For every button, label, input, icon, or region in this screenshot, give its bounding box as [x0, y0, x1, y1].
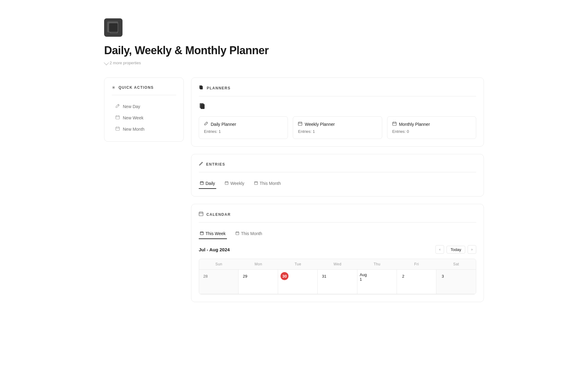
tab-daily-label: Daily	[205, 181, 215, 186]
svg-rect-1	[110, 24, 118, 33]
calendar-days-header: Sun Mon Tue Wed Thu Fri Sat	[199, 259, 476, 270]
monthly-planner-icon	[392, 122, 397, 127]
svg-rect-14	[199, 212, 203, 216]
tab-weekly-icon	[225, 181, 228, 186]
cal-cell-2[interactable]: 2	[397, 270, 436, 294]
planner-db-big-icon	[199, 103, 476, 111]
planners-db-icon	[199, 85, 204, 91]
daily-planner-title: Daily Planner	[211, 122, 236, 127]
page-container: Daily, Weekly & Monthly Planner 2 more p…	[80, 0, 508, 320]
cell-date-30: 30	[281, 272, 288, 280]
quick-action-new-month[interactable]: New Month	[112, 124, 176, 134]
cell-date-3: 3	[439, 272, 447, 280]
planners-title: PLANNERS	[207, 86, 231, 90]
day-name-sun: Sun	[199, 259, 239, 269]
quick-actions-icon: ✳	[112, 85, 115, 90]
entries-title: ENTRIES	[206, 162, 225, 167]
svg-rect-10	[393, 122, 396, 125]
tab-cal-this-month-icon	[236, 231, 239, 236]
planner-weekly-card[interactable]: Weekly Planner Entries: 1	[293, 116, 382, 139]
cell-date-2: 2	[399, 272, 407, 280]
cal-cell-29[interactable]: 29	[239, 270, 278, 294]
calendar-grid: Sun Mon Tue Wed Thu Fri Sat 28 29	[199, 259, 476, 294]
entries-header: ENTRIES	[199, 162, 476, 172]
monthly-planner-title-row: Monthly Planner	[392, 122, 471, 127]
left-panel: ✳ QUICK ACTIONS New Day	[104, 77, 184, 142]
calendar-header: CALENDAR	[199, 212, 476, 223]
planner-daily-card[interactable]: Daily Planner Entries: 1	[199, 116, 288, 139]
daily-planner-title-row: Daily Planner	[204, 122, 283, 127]
svg-rect-3	[116, 116, 119, 119]
day-name-fri: Fri	[397, 259, 436, 269]
cal-next-btn[interactable]: ›	[468, 245, 476, 254]
daily-planner-entries: Entries: 1	[204, 129, 283, 134]
day-name-wed: Wed	[318, 259, 357, 269]
svg-rect-11	[200, 182, 203, 185]
tab-daily-icon	[200, 181, 204, 186]
daily-planner-icon	[204, 122, 208, 127]
quick-action-new-week[interactable]: New Week	[112, 113, 176, 123]
weekly-planner-title: Weekly Planner	[305, 122, 335, 127]
cal-prev-btn[interactable]: ‹	[435, 245, 444, 254]
calendar-navigation: ‹ Today ›	[435, 245, 476, 254]
edit-icon	[115, 104, 120, 109]
entries-icon	[199, 162, 203, 167]
more-properties-toggle[interactable]: 2 more properties	[104, 61, 484, 65]
tab-cal-this-month-label: This Month	[241, 231, 262, 236]
app-icon	[104, 18, 123, 37]
planners-header: PLANNERS	[199, 85, 476, 96]
planners-grid: Daily Planner Entries: 1	[199, 116, 476, 139]
quick-actions-header: ✳ QUICK ACTIONS	[112, 85, 176, 95]
cell-date-29: 29	[241, 272, 249, 280]
tab-weekly-label: Weekly	[230, 181, 244, 186]
quick-action-new-day[interactable]: New Day	[112, 101, 176, 111]
svg-rect-9	[298, 122, 302, 125]
tab-calendar-this-month[interactable]: This Month	[234, 229, 263, 239]
svg-rect-8	[201, 104, 205, 109]
tab-this-month-icon	[254, 181, 258, 186]
entries-tabs: Daily Weekly	[199, 178, 476, 189]
planners-card: PLANNERS	[191, 77, 484, 147]
calendar-week-icon	[115, 115, 120, 120]
monthly-planner-title: Monthly Planner	[399, 122, 430, 127]
tab-this-week-label: This Week	[205, 231, 226, 236]
new-month-label: New Month	[123, 127, 145, 132]
tab-entries-daily[interactable]: Daily	[199, 178, 216, 189]
calendar-section-icon	[199, 212, 203, 217]
planner-monthly-card[interactable]: Monthly Planner Entries: 0	[387, 116, 476, 139]
svg-rect-15	[200, 232, 203, 235]
new-day-label: New Day	[123, 104, 140, 109]
calendar-month-nav: Jul - Aug 2024 ‹ Today ›	[199, 245, 476, 254]
day-name-sat: Sat	[436, 259, 476, 269]
monthly-planner-entries: Entries: 0	[392, 129, 471, 134]
cal-today-btn[interactable]: Today	[447, 246, 465, 253]
svg-rect-12	[225, 182, 228, 185]
quick-actions-title: QUICK ACTIONS	[119, 85, 154, 90]
right-panel: PLANNERS	[191, 77, 484, 302]
cal-cell-3[interactable]: 3	[436, 270, 476, 294]
cell-date-31: 31	[320, 272, 328, 280]
entries-card: ENTRIES Daily	[191, 154, 484, 197]
cal-cell-30[interactable]: 30	[278, 270, 318, 294]
calendar-month-icon	[115, 126, 120, 132]
weekly-planner-title-row: Weekly Planner	[298, 122, 377, 127]
weekly-planner-icon	[298, 122, 302, 127]
cal-cell-aug1[interactable]: Aug 1	[357, 270, 397, 294]
tab-entries-this-month[interactable]: This Month	[253, 178, 282, 189]
calendar-section-title: CALENDAR	[206, 212, 231, 217]
svg-rect-6	[200, 86, 203, 89]
tab-calendar-this-week[interactable]: This Week	[199, 229, 227, 239]
cal-cell-31[interactable]: 31	[318, 270, 357, 294]
day-name-tue: Tue	[278, 259, 318, 269]
calendar-week-row: 28 29 30 31 Aug 1	[199, 270, 476, 294]
calendar-tabs: This Week This Month	[199, 229, 476, 239]
day-name-mon: Mon	[239, 259, 278, 269]
tab-entries-weekly[interactable]: Weekly	[224, 178, 246, 189]
cal-cell-28[interactable]: 28	[199, 270, 239, 294]
svg-rect-4	[116, 127, 119, 130]
svg-rect-16	[236, 232, 239, 235]
calendar-month-label: Jul - Aug 2024	[199, 247, 230, 252]
chevron-down-icon	[104, 60, 109, 65]
svg-rect-0	[109, 23, 117, 32]
quick-actions-list: New Day New Week	[112, 101, 176, 134]
